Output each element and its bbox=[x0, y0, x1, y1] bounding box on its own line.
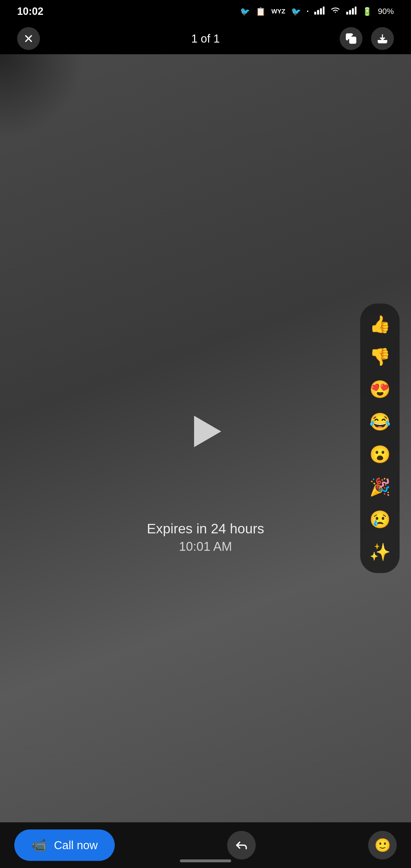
svg-rect-5 bbox=[349, 10, 351, 14]
svg-rect-8 bbox=[350, 37, 356, 43]
svg-rect-3 bbox=[323, 6, 324, 14]
twitter-icon: 🐦 bbox=[240, 7, 250, 16]
play-button[interactable] bbox=[188, 414, 223, 448]
clipboard-icon: 📋 bbox=[256, 7, 266, 16]
status-time: 10:02 bbox=[17, 5, 43, 18]
twitter2-icon: 🐦 bbox=[291, 7, 301, 16]
sparkle-button[interactable]: ✨ bbox=[365, 537, 395, 567]
emoji-button[interactable]: 🙂 bbox=[368, 831, 397, 860]
battery-percent: 90% bbox=[378, 7, 394, 16]
expires-label: Expires in 24 hours bbox=[147, 521, 264, 536]
battery-icon: 🔋 bbox=[362, 7, 372, 16]
main-content: Expires in 24 hours 10:01 AM 👍 👎 😍 😂 😮 🎉… bbox=[0, 54, 411, 822]
thumbs-up-button[interactable]: 👍 bbox=[365, 309, 395, 340]
expires-time: 10:01 AM bbox=[147, 539, 264, 554]
corner-shadow bbox=[0, 54, 86, 140]
counter-label: 1 of 1 bbox=[191, 32, 220, 45]
svg-rect-1 bbox=[317, 10, 319, 14]
svg-rect-2 bbox=[320, 8, 322, 14]
reply-button[interactable] bbox=[227, 831, 256, 860]
party-button[interactable]: 🎉 bbox=[365, 472, 395, 502]
heart-eyes-button[interactable]: 😍 bbox=[365, 374, 395, 405]
call-now-button[interactable]: 📹 Call now bbox=[14, 830, 115, 861]
toolbar: 1 of 1 bbox=[0, 23, 411, 54]
copy-button[interactable] bbox=[340, 27, 362, 50]
emoji-icon: 🙂 bbox=[375, 837, 391, 853]
reaction-panel: 👍 👎 😍 😂 😮 🎉 😢 ✨ bbox=[360, 304, 400, 573]
play-triangle bbox=[194, 416, 221, 447]
toolbar-right-buttons bbox=[340, 27, 394, 50]
video-call-icon: 📹 bbox=[31, 838, 47, 852]
play-button-wrapper bbox=[188, 414, 223, 448]
crying-button[interactable]: 😢 bbox=[365, 504, 395, 535]
svg-rect-6 bbox=[352, 8, 354, 14]
reply-icon bbox=[234, 838, 249, 852]
surprised-button[interactable]: 😮 bbox=[365, 439, 395, 470]
download-button[interactable] bbox=[371, 27, 394, 50]
wyze-icon: WYZ bbox=[272, 8, 285, 15]
svg-rect-7 bbox=[355, 6, 356, 14]
cellular-icon bbox=[346, 6, 356, 17]
call-now-label: Call now bbox=[54, 839, 98, 852]
wifi-icon bbox=[330, 6, 341, 17]
close-icon bbox=[23, 33, 34, 44]
signal-icon bbox=[314, 6, 324, 17]
svg-rect-0 bbox=[314, 12, 316, 14]
laughing-button[interactable]: 😂 bbox=[365, 407, 395, 437]
dot-icon: • bbox=[307, 8, 309, 14]
copy-icon bbox=[345, 33, 357, 44]
status-icons: 🐦 📋 WYZ 🐦 • bbox=[240, 6, 394, 17]
svg-rect-4 bbox=[346, 12, 348, 14]
thumbs-down-button[interactable]: 👎 bbox=[365, 342, 395, 372]
expires-section: Expires in 24 hours 10:01 AM bbox=[147, 521, 264, 554]
download-icon bbox=[377, 33, 388, 44]
close-button[interactable] bbox=[17, 27, 40, 50]
nav-handle bbox=[180, 860, 231, 862]
status-bar: 10:02 🐦 📋 WYZ 🐦 • bbox=[0, 0, 411, 23]
